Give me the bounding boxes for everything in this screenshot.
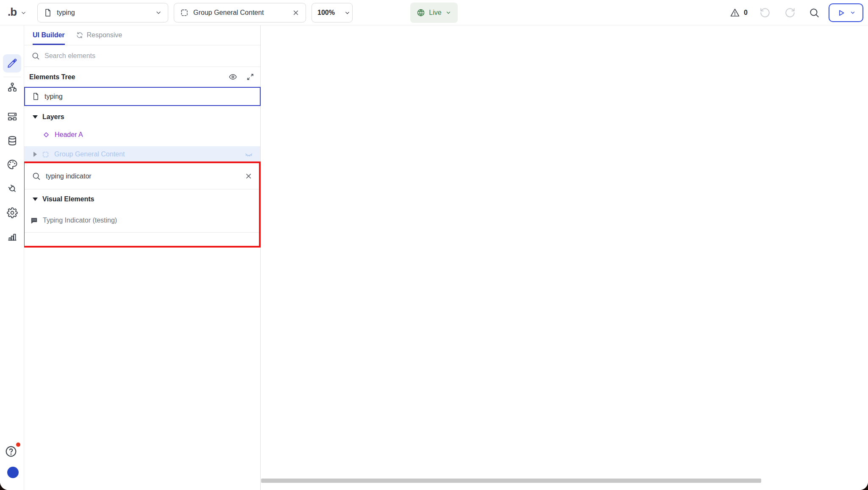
gear-icon[interactable] <box>3 203 21 222</box>
issues-count: 0 <box>744 9 748 17</box>
bubble-editor-window: .b typing Group General Content <box>0 0 868 490</box>
search-icon <box>32 172 41 181</box>
tree-row-page-typing[interactable]: typing <box>24 87 261 106</box>
visual-elements-section-label: Visual Elements <box>42 195 94 203</box>
ui-builder-panel: UI Builder Responsive Elements Tree <box>24 25 261 490</box>
finder-result-typing-indicator[interactable]: Typing Indicator (testing) <box>24 209 260 232</box>
eye-off-icon <box>244 150 253 159</box>
diamond-icon <box>42 131 50 139</box>
dashed-group-icon <box>180 8 189 17</box>
finder-result-label: Typing Indicator (testing) <box>43 217 117 224</box>
element-finder-search-bar <box>24 163 260 189</box>
eye-icon[interactable] <box>228 72 237 81</box>
close-icon[interactable] <box>292 9 300 17</box>
environment-label: Live <box>429 9 441 17</box>
tab-ui-builder-label: UI Builder <box>33 31 65 39</box>
element-search-bar <box>24 45 260 67</box>
issues-indicator[interactable]: 0 <box>730 0 748 25</box>
chevron-down-icon <box>155 9 162 16</box>
palette-icon[interactable] <box>3 155 21 173</box>
page-selector-dropdown[interactable]: typing <box>37 3 168 22</box>
search-icon[interactable] <box>809 7 820 18</box>
pencil-icon[interactable] <box>3 54 21 72</box>
triangle-right-icon <box>33 152 37 157</box>
redo-icon[interactable] <box>785 7 796 18</box>
plug-icon[interactable] <box>3 179 21 198</box>
elements-tree-header: Elements Tree <box>24 67 260 87</box>
app-logo-menu[interactable]: .b <box>8 0 27 25</box>
zoom-level-value: 100% <box>317 9 335 17</box>
sync-icon <box>76 31 83 39</box>
search-elements-input[interactable] <box>45 52 253 60</box>
undo-icon[interactable] <box>760 7 771 18</box>
finder-section-visual-elements[interactable]: Visual Elements <box>24 189 260 209</box>
elements-tree-title: Elements Tree <box>29 73 75 81</box>
chevron-down-icon <box>850 10 856 16</box>
close-icon[interactable] <box>245 172 253 180</box>
dashed-group-icon <box>42 151 49 158</box>
layers-section-label: Layers <box>42 113 64 121</box>
focused-element-label: Group General Content <box>193 9 264 17</box>
tab-responsive-label: Responsive <box>87 31 122 39</box>
environment-selector[interactable]: Live <box>410 3 458 23</box>
horizontal-scrollbar[interactable] <box>261 479 761 483</box>
tree-row-header-a[interactable]: Header A <box>24 126 260 143</box>
chat-bubble-icon <box>30 217 38 225</box>
tree-row-label: typing <box>45 93 63 100</box>
user-avatar[interactable] <box>7 467 19 478</box>
page-icon <box>44 8 52 17</box>
help-button[interactable] <box>4 444 19 459</box>
notification-dot <box>16 443 20 447</box>
tab-responsive[interactable]: Responsive <box>76 25 122 45</box>
focused-element-chip[interactable]: Group General Content <box>174 3 306 22</box>
page-icon <box>32 92 40 100</box>
tab-ui-builder[interactable]: UI Builder <box>33 25 65 45</box>
sitemap-icon[interactable] <box>3 78 21 96</box>
triangle-down-icon <box>33 198 38 201</box>
tree-row-label: Group General Content <box>54 150 125 158</box>
database-icon[interactable] <box>3 131 21 150</box>
tree-row-label: Header A <box>55 131 83 139</box>
rail-divider <box>3 77 21 77</box>
warning-triangle-icon <box>730 8 740 18</box>
triangle-down-icon <box>33 115 38 119</box>
bar-chart-icon[interactable] <box>3 227 21 245</box>
element-finder-input[interactable] <box>46 173 239 180</box>
chevron-down-icon <box>344 10 351 16</box>
left-icon-rail <box>0 25 24 490</box>
panel-tabs: UI Builder Responsive <box>24 25 260 45</box>
chevron-down-icon <box>445 10 451 16</box>
expand-icon[interactable] <box>246 73 254 81</box>
tree-section-layers[interactable]: Layers <box>24 109 260 125</box>
layout-icon[interactable] <box>3 107 21 125</box>
search-icon <box>31 52 40 60</box>
preview-run-button[interactable] <box>829 3 863 22</box>
globe-icon <box>417 8 425 17</box>
divider <box>24 232 260 233</box>
chevron-down-icon <box>20 10 27 16</box>
tree-row-group-general-content[interactable]: Group General Content <box>24 146 260 162</box>
play-icon <box>837 8 846 17</box>
bubble-logo: .b <box>8 6 17 19</box>
page-selector-label: typing <box>57 9 75 17</box>
design-canvas[interactable] <box>261 25 868 490</box>
zoom-level-dropdown[interactable]: 100% <box>312 3 353 22</box>
top-toolbar: .b typing Group General Content <box>0 0 868 25</box>
